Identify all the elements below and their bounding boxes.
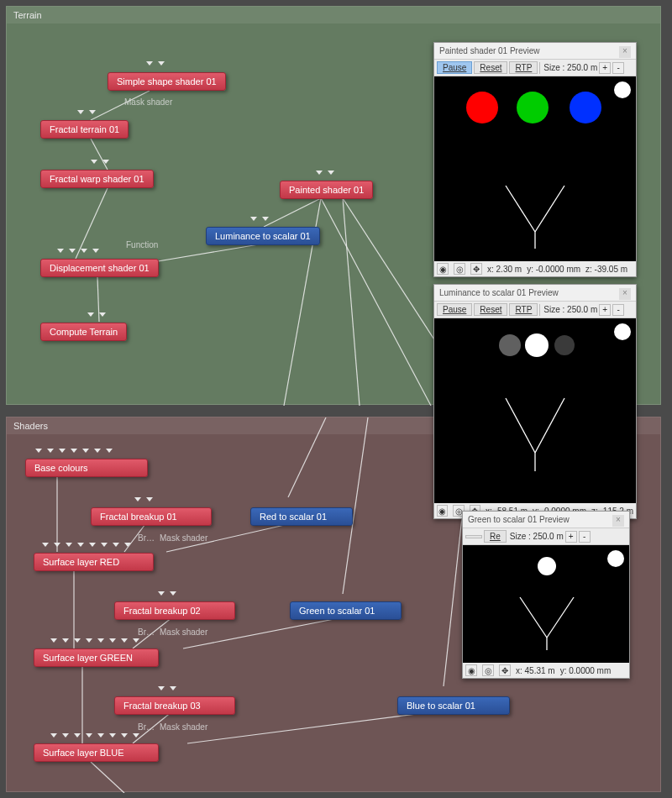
svg-line-36 xyxy=(520,597,547,638)
minus-button[interactable]: - xyxy=(579,531,591,543)
preview-title: Luminance to scalar 01 Preview × xyxy=(434,285,636,301)
node-red-to-scalar[interactable]: Red to scalar 01 xyxy=(250,507,353,526)
node-compute-terrain[interactable]: Compute Terrain xyxy=(40,323,127,341)
node-luminance-to-scalar[interactable]: Luminance to scalar 01 xyxy=(206,227,320,245)
separator xyxy=(539,304,540,316)
svg-line-32 xyxy=(506,398,535,453)
preview-toolbar: Pause Reset RTP Size : 250.0 m + - xyxy=(434,59,636,76)
preview-statusbar: ◉ ◎ ✥ x: 2.30 m y: -0.0000 mm z: -39.05 … xyxy=(434,261,636,276)
svg-line-8 xyxy=(343,198,360,406)
compass-icon[interactable] xyxy=(614,323,631,340)
move-icon[interactable]: ✥ xyxy=(499,664,511,676)
separator xyxy=(539,62,540,74)
node-surface-layer-green[interactable]: Surface layer GREEN xyxy=(34,648,159,667)
size-label: Size : 250.0 m xyxy=(543,305,597,314)
label-br-2: Br… xyxy=(138,627,155,637)
svg-point-23 xyxy=(466,92,498,123)
minus-button[interactable]: - xyxy=(612,304,624,316)
label-mask-shader-2: Mask shader xyxy=(160,627,207,637)
reset-button[interactable]: Reset xyxy=(474,61,507,74)
node-displacement-shader[interactable]: Displacement shader 01 xyxy=(40,259,159,277)
node-simple-shape-shader[interactable]: Simple shape shader 01 xyxy=(108,72,226,91)
close-icon[interactable]: × xyxy=(619,46,631,58)
preview-painted-shader[interactable]: Painted shader 01 Preview × Pause Reset … xyxy=(433,42,637,277)
svg-point-31 xyxy=(554,335,575,355)
node-fractal-terrain[interactable]: Fractal terrain 01 xyxy=(40,120,129,139)
node-surface-layer-red[interactable]: Surface layer RED xyxy=(34,553,154,571)
pause-button[interactable]: Pause xyxy=(437,61,472,74)
node-fractal-breakup-2[interactable]: Fractal breakup 02 xyxy=(114,601,235,620)
svg-point-25 xyxy=(570,92,601,123)
svg-line-18 xyxy=(187,711,435,743)
node-fractal-warp-shader[interactable]: Fractal warp shader 01 xyxy=(40,170,154,188)
re-button[interactable]: Re xyxy=(484,530,507,543)
label-mask-shader: Mask shader xyxy=(124,97,172,107)
label-mask-shader-3: Mask shader xyxy=(160,722,207,732)
node-surface-layer-blue[interactable]: Surface layer BLUE xyxy=(34,743,159,762)
minus-button[interactable]: - xyxy=(612,62,624,74)
node-blue-to-scalar[interactable]: Blue to scalar 01 xyxy=(397,696,510,715)
close-icon[interactable]: × xyxy=(612,515,624,527)
svg-line-1 xyxy=(91,139,108,170)
preview-viewport[interactable] xyxy=(434,318,636,503)
plus-button[interactable]: + xyxy=(599,304,611,316)
preview-statusbar: ◉ ◎ ✥ x: 45.31 m y: 0.0000 mm xyxy=(463,663,629,678)
svg-line-19 xyxy=(91,762,124,793)
preview-viewport[interactable] xyxy=(434,76,636,261)
reset-button[interactable]: Reset xyxy=(474,303,507,316)
label-br-1: Br… xyxy=(138,533,155,543)
svg-point-35 xyxy=(538,557,556,575)
preview-luminance-scalar[interactable]: Luminance to scalar 01 Preview × Pause R… xyxy=(433,284,637,519)
node-green-to-scalar[interactable]: Green to scalar 01 xyxy=(290,601,402,620)
coord-y: y: -0.0000 mm xyxy=(527,265,580,274)
svg-line-5 xyxy=(158,244,264,261)
rtp-button[interactable]: RTP xyxy=(509,303,538,316)
node-base-colours[interactable]: Base colours xyxy=(25,459,148,477)
preview-title: Painted shader 01 Preview × xyxy=(434,43,636,59)
svg-point-24 xyxy=(517,92,549,123)
preview-toolbar: Pause Reset RTP Size : 250.0 m + - xyxy=(434,301,636,318)
terrain-panel-header[interactable]: Terrain xyxy=(7,7,660,24)
eye-icon[interactable]: ◉ xyxy=(437,505,448,517)
size-label: Size : 250.0 m xyxy=(543,63,597,72)
svg-point-30 xyxy=(525,333,549,357)
plus-button[interactable]: + xyxy=(599,62,611,74)
size-label: Size : 250.0 m xyxy=(510,532,564,541)
coord-x: x: 45.31 m xyxy=(516,666,555,675)
node-fractal-breakup-1[interactable]: Fractal breakup 01 xyxy=(91,507,212,526)
svg-line-4 xyxy=(264,198,321,227)
preview-toolbar: Re Size : 250.0 m + - xyxy=(463,528,629,545)
svg-line-6 xyxy=(321,198,431,406)
svg-line-37 xyxy=(547,597,574,638)
svg-line-26 xyxy=(506,186,535,232)
coord-y: y: 0.0000 mm xyxy=(560,666,612,675)
move-icon[interactable]: ✥ xyxy=(470,263,482,275)
preview-green-scalar[interactable]: Green to scalar 01 Preview × Re Size : 2… xyxy=(462,511,630,679)
target-icon[interactable]: ◎ xyxy=(454,263,465,275)
plus-button[interactable]: + xyxy=(565,531,577,543)
coord-z: z: -39.05 m xyxy=(585,265,627,274)
svg-line-33 xyxy=(535,398,564,453)
close-icon[interactable]: × xyxy=(619,288,631,300)
eye-icon[interactable]: ◉ xyxy=(437,263,449,275)
node-painted-shader[interactable]: Painted shader 01 xyxy=(280,181,373,199)
rtp-button[interactable]: RTP xyxy=(509,61,538,74)
svg-point-29 xyxy=(499,334,521,356)
coord-x: x: 2.30 m xyxy=(487,265,522,274)
target-icon[interactable]: ◎ xyxy=(482,664,494,676)
compass-icon[interactable] xyxy=(614,81,631,98)
label-function: Function xyxy=(126,240,158,249)
preview-title: Green to scalar 01 Preview × xyxy=(463,512,629,528)
eye-icon[interactable]: ◉ xyxy=(465,664,477,676)
pause-button[interactable]: Pause xyxy=(437,303,472,316)
label-br-3: Br… xyxy=(138,722,155,732)
compass-icon[interactable] xyxy=(607,550,624,567)
label-mask-shader-1: Mask shader xyxy=(160,533,207,543)
prev-button[interactable] xyxy=(465,535,482,538)
node-fractal-breakup-3[interactable]: Fractal breakup 03 xyxy=(114,696,235,715)
svg-line-27 xyxy=(535,186,564,232)
preview-viewport[interactable] xyxy=(463,545,629,663)
svg-line-21 xyxy=(343,417,368,594)
